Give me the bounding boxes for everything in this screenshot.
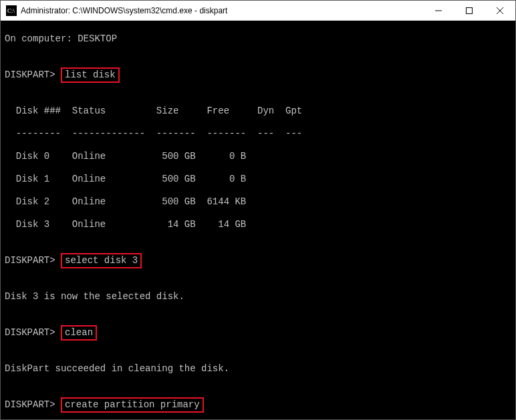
line-clean: DISKPART> clean (5, 325, 511, 341)
line-select-disk: DISKPART> select disk 3 (5, 253, 511, 268)
cmd-icon: C:\ (6, 5, 17, 16)
cmd-window: C:\ Administrator: C:\WINDOWS\system32\c… (0, 0, 516, 420)
cmd-list-disk: list disk (61, 67, 120, 83)
cmd-create-partition: create partition primary (61, 397, 204, 413)
svg-rect-4 (467, 7, 473, 13)
cmd-select-disk: select disk 3 (61, 253, 142, 268)
table-row: Disk 1 Online 500 GB 0 B (5, 174, 511, 185)
line-on-computer: On computer: DESKTOP (5, 33, 511, 45)
table-row: Disk 0 Online 500 GB 0 B (5, 151, 511, 162)
minimize-button[interactable] (423, 1, 454, 21)
window-title: Administrator: C:\WINDOWS\system32\cmd.e… (21, 6, 227, 15)
table-row: Disk 2 Online 500 GB 6144 KB (5, 196, 511, 208)
table-row: Disk 3 Online 14 GB 14 GB (5, 219, 511, 230)
terminal-output[interactable]: On computer: DESKTOP DISKPART> list disk… (1, 21, 515, 419)
titlebar[interactable]: C:\ Administrator: C:\WINDOWS\system32\c… (1, 1, 515, 21)
line-list-disk: DISKPART> list disk (5, 67, 511, 83)
table-divider: -------- ------------- ------- ------- -… (5, 128, 511, 140)
svg-text:C:\: C:\ (7, 7, 15, 14)
msg-clean: DiskPart succeeded in cleaning the disk. (5, 363, 511, 375)
msg-selected: Disk 3 is now the selected disk. (5, 291, 511, 302)
table-header: Disk ### Status Size Free Dyn Gpt (5, 106, 511, 117)
cmd-clean: clean (61, 325, 97, 341)
line-create-part: DISKPART> create partition primary (5, 397, 511, 413)
close-button[interactable] (485, 1, 515, 21)
maximize-button[interactable] (454, 1, 485, 21)
